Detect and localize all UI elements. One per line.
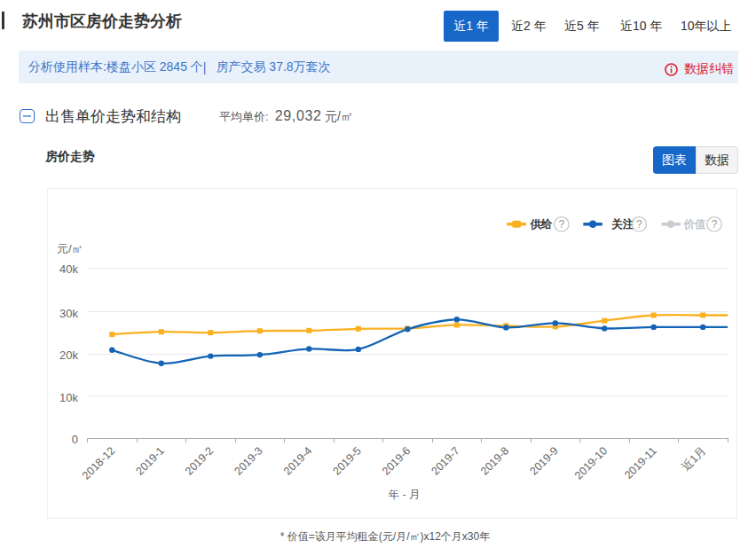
svg-text:30k: 30k xyxy=(59,307,78,320)
svg-text:关注: 关注 xyxy=(611,217,635,231)
svg-text:年 - 月: 年 - 月 xyxy=(388,489,420,501)
svg-text:2019-3: 2019-3 xyxy=(232,444,264,477)
svg-text:?: ? xyxy=(712,218,718,231)
svg-text:2019-5: 2019-5 xyxy=(330,444,363,477)
svg-text:元/㎡: 元/㎡ xyxy=(57,242,83,255)
svg-text:?: ? xyxy=(636,218,642,231)
svg-text:2019-8: 2019-8 xyxy=(478,444,511,477)
svg-text:2019-9: 2019-9 xyxy=(527,444,560,477)
svg-text:20k: 20k xyxy=(59,348,78,362)
svg-text:2019-11: 2019-11 xyxy=(622,444,659,481)
svg-text:2019-7: 2019-7 xyxy=(429,444,461,477)
svg-text:40k: 40k xyxy=(59,262,78,276)
svg-text:2019-10: 2019-10 xyxy=(572,444,610,481)
svg-text:0: 0 xyxy=(72,433,78,446)
svg-text:2018-12: 2018-12 xyxy=(80,444,117,481)
svg-text:?: ? xyxy=(559,218,565,231)
svg-text:近1月: 近1月 xyxy=(680,444,708,473)
svg-text:2019-6: 2019-6 xyxy=(380,444,413,477)
svg-text:价值: 价值 xyxy=(683,218,707,231)
svg-text:2019-2: 2019-2 xyxy=(183,444,216,477)
svg-text:2019-4: 2019-4 xyxy=(281,444,314,477)
svg-text:供给: 供给 xyxy=(530,218,554,231)
svg-text:2019-1: 2019-1 xyxy=(133,444,166,477)
svg-text:10k: 10k xyxy=(59,391,78,404)
